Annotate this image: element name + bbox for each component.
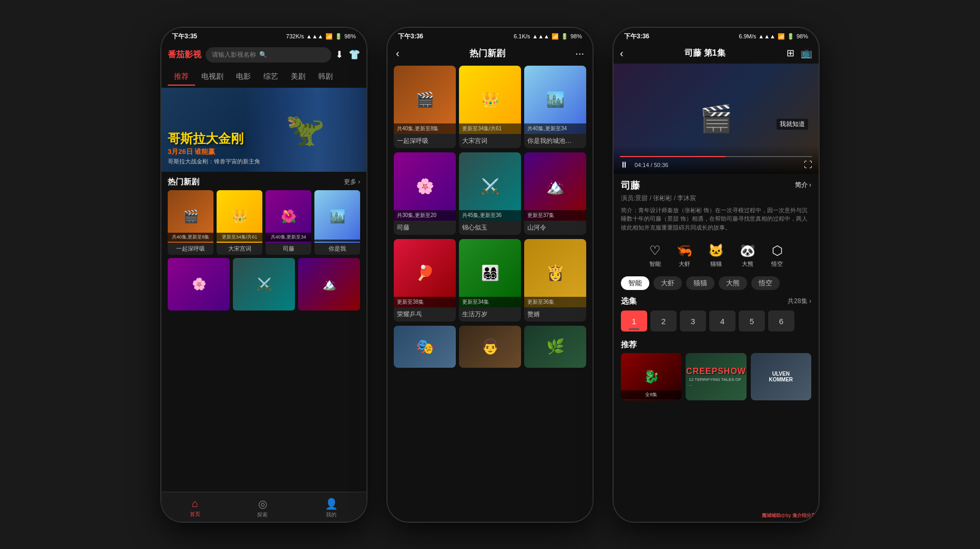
p1-banner[interactable]: 🦖 哥斯拉大金刚 3月26日 谁能赢 哥斯拉大战金刚：锋兽宇宙的新主角 [161, 88, 366, 172]
screen-mode-icon[interactable]: ⊞ [787, 47, 794, 59]
battery-icon-3: 🔋 [787, 33, 794, 40]
p2-card-img-2-1: ⚔️ 共45集,更新至36 [459, 152, 521, 221]
status-icons-2: 6.1K/s ▲▲▲ 📶 🔋 98% [514, 33, 582, 40]
p3-ep-4[interactable]: 4 [709, 310, 736, 332]
p2-card-4-1[interactable]: 👨 [459, 326, 521, 368]
p3-source-daxia[interactable]: 大虾 [654, 276, 682, 290]
p3-ep-6[interactable]: 6 [768, 310, 794, 332]
p1-card-2[interactable]: 🌺 共40集,更新至34 司藤 [266, 190, 311, 255]
p3-time-display: 04:14 / 50:36 [635, 162, 668, 168]
p1-section-header: 热门新剧 更多 › [161, 172, 366, 190]
p2-card-2-1[interactable]: ⚔️ 共45集,更新至36 锦心似玉 [459, 152, 521, 235]
p2-card-3-2[interactable]: 👸 更新至36集 赘婿 [524, 239, 586, 322]
bottom-nav-home[interactable]: ⌂ 首页 [190, 498, 200, 518]
p1-card-name-1: 大宋宫词 [217, 243, 262, 255]
wifi-icon-3: 📶 [778, 33, 785, 40]
p2-card-img-4-2: 🌿 [524, 326, 586, 368]
p3-source-wukong[interactable]: 悟空 [751, 276, 780, 290]
p1-card-0[interactable]: 🎬 共40集,更新至8集 一起深呼吸 [168, 190, 213, 255]
p3-episode-grid: 1 2 3 4 5 6 [614, 310, 819, 337]
p2-card-img-1-2: 🏙️ 共40集,更新至34 [524, 66, 586, 134]
p2-card-2-0[interactable]: 🌸 共30集,更新至20 司藤 [394, 152, 456, 235]
p3-synopsis: 简介：青年设计师秦放（张彬彬 饰）在一次寻根过程中，因一次意外与沉睡数十年的司藤… [621, 206, 811, 232]
pause-icon[interactable]: ⏸ [620, 160, 628, 170]
p3-rec-card-1[interactable]: CREEPSHOW 12 TERRIFYING TALES OF ... [686, 353, 746, 400]
p3-action-panda[interactable]: 🐼 大熊 [740, 243, 756, 268]
battery-pct-1: 98% [344, 33, 356, 39]
p3-ep-2[interactable]: 2 [650, 310, 677, 332]
p2-name-1-1: 大宋宫词 [459, 134, 521, 148]
time-3: 下午3:36 [624, 32, 649, 41]
p2-card-1-2[interactable]: 🏙️ 共40集,更新至34 你是我的城池… [524, 66, 586, 148]
p3-progress-bar[interactable] [620, 156, 812, 157]
p3-action-wukong[interactable]: ⬡ 悟空 [771, 243, 783, 268]
p3-back-btn[interactable]: ‹ [620, 47, 624, 59]
status-bar-2: 下午3:36 6.1K/s ▲▲▲ 📶 🔋 98% [387, 28, 593, 43]
p1-card2-img-1: ⚔️ [233, 258, 295, 310]
nav-item-movie[interactable]: 电影 [230, 69, 257, 86]
signal-icon-1: ▲▲▲ [306, 33, 323, 39]
nav-item-recommend[interactable]: 推荐 [168, 69, 195, 86]
p1-card2-0[interactable]: 🌸 [168, 258, 230, 310]
p2-card-img-2-0: 🌸 共30集,更新至20 [394, 152, 456, 221]
download-icon-1[interactable]: ⬇ [335, 49, 343, 60]
p2-card-img-3-2: 👸 更新至36集 [524, 239, 586, 307]
p2-name-1-2: 你是我的城池… [524, 134, 586, 148]
fullscreen-icon[interactable]: ⛶ [804, 160, 812, 169]
p2-card-3-0[interactable]: 🏓 更新至38集 荣耀乒乓 [394, 239, 456, 322]
p1-card-3[interactable]: 🏙️ 你是我 [314, 190, 360, 255]
search-icon-1[interactable]: 🔍 [259, 51, 267, 58]
p2-card-4-0[interactable]: 🎭 [394, 326, 456, 368]
p3-ep-3[interactable]: 3 [680, 310, 706, 332]
p3-rec-card-0[interactable]: 🐉 全8集 [621, 353, 681, 400]
p3-action-daxia[interactable]: 🦐 大虾 [677, 243, 692, 268]
p3-action-like[interactable]: ♡ 智能 [649, 243, 661, 268]
cast-icon[interactable]: 📺 [801, 47, 812, 59]
p1-card2-1[interactable]: ⚔️ [233, 258, 295, 310]
p3-action-cat[interactable]: 🐱 猫猫 [708, 243, 724, 268]
p1-search-bar[interactable]: 请输入影视名称 🔍 [206, 47, 331, 63]
user-icon-1[interactable]: 👕 [349, 49, 360, 60]
p1-card-name-2: 司藤 [266, 243, 311, 255]
p1-card-1[interactable]: 👑 更新至34集/共61 大宋宫词 [217, 190, 262, 255]
cat-label: 猫猫 [710, 260, 722, 268]
p3-source-zhinen[interactable]: 智能 [621, 276, 649, 290]
p2-more-btn[interactable]: ··· [575, 47, 584, 59]
p1-more-btn[interactable]: 更多 › [344, 178, 360, 187]
p2-card-1-1[interactable]: 👑 更新至34集/共61 大宋宫词 [459, 66, 521, 148]
p2-card-4-2[interactable]: 🌿 [524, 326, 586, 368]
p3-ep-5[interactable]: 5 [739, 310, 765, 332]
nav-item-kr[interactable]: 韩剧 [312, 69, 339, 86]
bottom-nav-profile[interactable]: 👤 我的 [325, 498, 338, 519]
cat-icon: 🐱 [708, 243, 724, 258]
p1-card2-2[interactable]: 🏔️ [298, 258, 360, 310]
banner-subtitle: 哥斯拉大战金刚：锋兽宇宙的新主角 [168, 158, 260, 165]
p1-card-badge-0: 共40集,更新至8集 [168, 233, 213, 242]
p2-badge-3-1: 更新至34集 [459, 297, 521, 307]
p2-card-2-2[interactable]: 🏔️ 更新至37集 山河令 [524, 152, 586, 235]
p2-name-1-0: 一起深呼吸 [394, 134, 456, 148]
banner-title: 哥斯拉大金刚 [168, 130, 260, 147]
p3-recommend-header: 推荐 [614, 337, 819, 353]
nav-item-tv[interactable]: 电视剧 [195, 69, 230, 86]
p1-card-img-2: 🌺 共40集,更新至34 [266, 190, 311, 243]
p2-card-3-1[interactable]: 👨‍👩‍👧‍👦 更新至34集 生活万岁 [459, 239, 521, 322]
bottom-nav-explore[interactable]: ◎ 探索 [257, 498, 268, 519]
p3-source-daxiong[interactable]: 大熊 [719, 276, 747, 290]
p3-source-maomao[interactable]: 猫猫 [686, 276, 714, 290]
p3-video[interactable]: 🎬 我就知道 ⏸ 04:14 / 50:36 ⛶ [614, 64, 819, 174]
p1-card-img-1: 👑 更新至34集/共61 [217, 190, 262, 243]
status-icons-3: 6.9M/s ▲▲▲ 📶 🔋 98% [739, 33, 808, 40]
p2-scroll[interactable]: 🎬 共40集,更新至8集 一起深呼吸 👑 更新至34集/共61 大宋宫词 🏙️ … [387, 64, 593, 522]
p3-rec-card-2[interactable]: ULVENKOMMER [751, 353, 811, 400]
network-speed-1: 732K/s [286, 33, 304, 39]
nav-item-us[interactable]: 美剧 [284, 69, 312, 86]
p2-card-1-0[interactable]: 🎬 共40集,更新至8集 一起深呼吸 [394, 66, 456, 148]
p3-intro-btn[interactable]: 简介 › [795, 181, 811, 190]
p2-back-btn[interactable]: ‹ [396, 47, 400, 59]
p2-name-2-2: 山河令 [524, 221, 586, 235]
p2-name-3-0: 荣耀乒乓 [394, 307, 456, 322]
p3-header: ‹ 司藤 第1集 ⊞ 📺 [614, 43, 819, 64]
p3-ep-1[interactable]: 1 [621, 310, 647, 332]
nav-item-variety[interactable]: 综艺 [257, 69, 284, 86]
